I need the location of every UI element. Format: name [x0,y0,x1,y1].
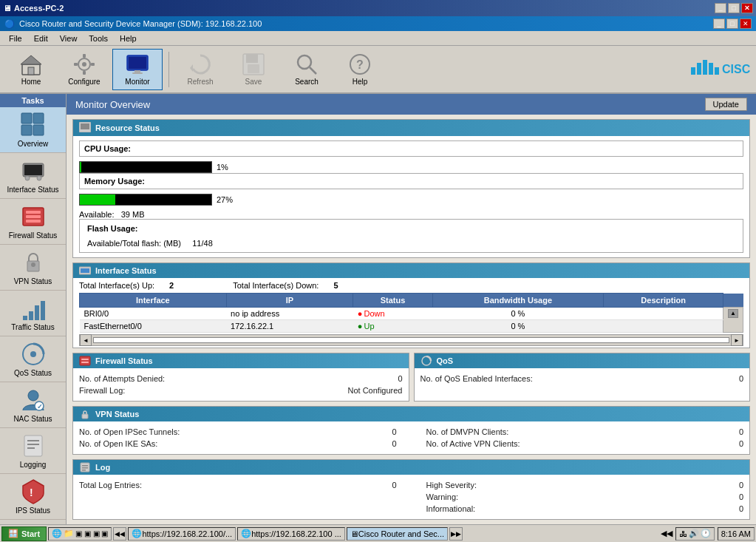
qos-header: QoS [415,353,750,368]
sidebar-item-qos-label: QoS Status [14,369,52,377]
start-icon: 🪟 [8,529,18,538]
svg-rect-53 [27,447,35,449]
sidebar-item-nac[interactable]: ✓ NAC Status [0,382,66,428]
log-high-value: 0 [739,481,743,490]
tab-3[interactable]: 🖥 Cisco Router and Sec... [347,527,448,541]
monitor-icon [126,52,149,76]
title-bar-icon: 🖥 [3,4,11,13]
sidebar-scroll-down[interactable]: ▼ [0,520,66,524]
app-maximize-button[interactable]: □ [726,18,738,29]
down-icon: ● [358,309,363,318]
cpu-progress-bar-container [79,161,212,173]
vpn-active-label: No. of Active VPN Clients: [426,439,520,448]
close-button[interactable]: ✕ [741,3,753,13]
svg-point-17 [298,55,311,69]
svg-line-18 [310,67,316,74]
tab1-icon: 🌐 [132,529,142,538]
sidebar-item-overview[interactable]: Overview [0,107,66,153]
horizontal-scrollbar[interactable]: ◄ ► [79,334,743,346]
menu-file[interactable]: File [3,33,28,44]
resource-status-content: CPU Usage: 1% Memory Usage: [73,136,749,257]
toolbar-search-button[interactable]: Search [282,49,332,90]
svg-rect-36 [26,211,41,214]
maximize-button[interactable]: □ [728,3,740,13]
scroll-left-button[interactable]: ◀◀ [113,527,126,541]
toolbar-home-button[interactable]: Home [6,49,56,90]
app-minimize-button[interactable]: _ [713,18,725,29]
log-info-row: Informational: 0 [426,503,744,515]
total-down-value: 5 [333,281,338,290]
sidebar-item-ips[interactable]: ! IPS Status [0,474,66,520]
log-right: High Severity: 0 Warning: 0 Informationa… [426,479,744,515]
interface-name-2: FastEthernet0/0 [80,320,227,333]
log-total-label: Total Log Entries: [79,481,142,490]
save-label: Save [245,78,262,86]
vpn-left: No. of Open IPSec Tunnels: 0 No. of Open… [79,426,397,450]
systray-icons: ◀◀ [661,529,672,538]
log-info-value: 0 [739,504,743,513]
flash-group: Flash Usage: Available/Total flash: (MB)… [79,219,743,253]
configure-icon [72,52,96,76]
svg-point-4 [82,62,86,67]
tab-1[interactable]: 🌐 https://192.168.22.100/... [128,527,236,541]
sidebar-item-logging-label: Logging [20,461,47,469]
scroll-track[interactable] [93,337,729,343]
help-label: Help [353,78,368,86]
vpn-dmvpn-value: 0 [739,427,743,436]
start-button[interactable]: 🪟 Start [1,526,47,541]
log-warning-label: Warning: [426,492,459,501]
log-header: Log [73,460,749,475]
svg-rect-59 [80,356,90,365]
scroll-right-button[interactable]: ▶▶ [449,527,463,541]
sidebar-item-logging[interactable]: Logging [0,428,66,474]
log-high-label: High Severity: [426,481,477,490]
svg-rect-12 [132,72,143,74]
save-icon [242,52,265,76]
log-icon-header [79,462,91,472]
firewall-attempts-label: No. of Attempts Denied: [79,374,165,383]
sidebar-item-qos[interactable]: QoS Status [0,336,66,382]
cpu-progress-bar [80,162,81,172]
total-up-value: 2 [169,281,174,290]
firewall-attempts-row: No. of Attempts Denied: 0 [79,373,403,385]
tab-2[interactable]: 🌐 https://192.168.22.100 ... [237,527,345,541]
svg-rect-50 [24,436,42,456]
menu-view[interactable]: View [54,33,84,44]
taskbar-icons: 🌐 📁 ▣ ▣ ▣ ▣ [48,527,112,541]
toolbar-refresh-button[interactable]: Refresh [175,49,225,90]
firewall-icon [20,203,47,230]
sidebar-item-traffic-label: Traffic Status [11,323,54,331]
qos-title: QoS [437,356,454,365]
toolbar-configure-button[interactable]: Configure [59,49,109,90]
toolbar: Home Configure Monitor Refresh Save Sear… [0,46,756,94]
update-button[interactable]: Update [705,98,747,111]
sidebar-item-firewall[interactable]: Firewall Status [0,199,66,245]
tab3-label: Cisco Router and Sec... [358,529,444,538]
menu-tools[interactable]: Tools [83,33,114,44]
toolbar-save-button[interactable]: Save [228,49,279,90]
svg-rect-2 [28,67,34,75]
svg-rect-8 [91,63,95,66]
app-title: Cisco Router and Security Device Manager… [19,19,262,28]
minimize-button[interactable]: _ [715,3,726,13]
vpn-dmvpn-row: No. of DMVPN Clients: 0 [426,426,744,438]
svg-rect-22 [697,63,701,75]
svg-rect-37 [26,215,41,218]
menu-edit[interactable]: Edit [28,33,54,44]
app-close-button[interactable]: ✕ [740,18,752,29]
sidebar-item-traffic[interactable]: Traffic Status [0,291,66,336]
sidebar-item-interface[interactable]: Interface Status [0,153,66,199]
toolbar-help-button[interactable]: ? Help [335,49,385,90]
menu-help[interactable]: Help [114,33,143,44]
svg-rect-44 [41,301,45,320]
sidebar-item-vpn[interactable]: VPN Status [0,245,66,291]
svg-rect-5 [83,54,86,58]
interface-summary: Total Interface(s) Up: 2 Total Interface… [73,278,749,293]
vpn-status-section: VPN Status No. of Open IPSec Tunnels: 0 … [72,406,750,455]
scroll-left-arrow[interactable]: ◄ [80,334,92,346]
scroll-right-arrow[interactable]: ► [731,334,743,346]
total-up-label: Total Interface(s) Up: [79,281,154,290]
toolbar-monitor-button[interactable]: Monitor [112,49,163,90]
svg-rect-30 [33,125,44,135]
sidebar-item-firewall-label: Firewall Status [9,231,58,240]
